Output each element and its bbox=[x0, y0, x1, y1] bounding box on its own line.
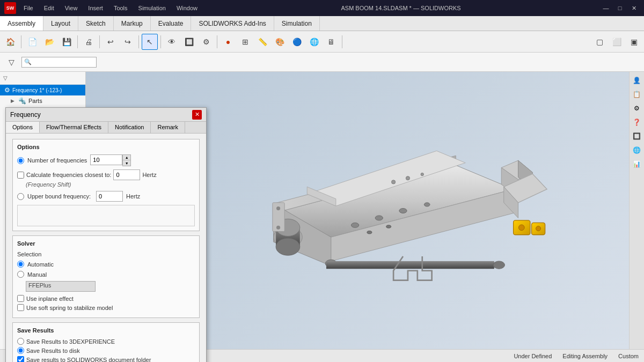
tab-sketch[interactable]: Sketch bbox=[78, 16, 114, 31]
expand-parts-icon: ▶ bbox=[11, 98, 16, 104]
tab-assembly[interactable]: Assembly bbox=[0, 16, 43, 31]
options-section: Options Number of frequencies ▲ ▼ Calcul… bbox=[12, 139, 200, 231]
automatic-radio[interactable] bbox=[17, 261, 24, 268]
save-sw-folder-row: Save results to SOLIDWORKS document fold… bbox=[17, 356, 195, 362]
svg-point-10 bbox=[367, 231, 372, 234]
options-section-label: Options bbox=[17, 144, 195, 150]
manual-row: Manual bbox=[17, 271, 195, 278]
solidworks-logo: SW bbox=[4, 2, 16, 14]
calc-freq-input[interactable] bbox=[113, 169, 140, 180]
right-icon-5[interactable]: 🔲 bbox=[631, 130, 643, 143]
redo-button[interactable]: ↪ bbox=[120, 34, 136, 50]
upper-bound-input[interactable] bbox=[96, 191, 123, 202]
new-button[interactable]: 📄 bbox=[24, 34, 40, 50]
svg-point-11 bbox=[386, 225, 391, 228]
layout-1[interactable]: ▢ bbox=[591, 34, 608, 50]
ffeplus-row: FFEPlus bbox=[17, 281, 195, 292]
open-button[interactable]: 📂 bbox=[41, 34, 57, 50]
layout-3[interactable]: ▣ bbox=[626, 34, 642, 50]
tab-markup[interactable]: Markup bbox=[114, 16, 151, 31]
grid-button[interactable]: ⊞ bbox=[237, 34, 253, 50]
right-icon-7[interactable]: 📊 bbox=[631, 158, 643, 171]
upper-bound-label: Upper bound frequency: bbox=[27, 193, 91, 200]
menu-view[interactable]: View bbox=[61, 4, 82, 12]
dialog-close-button[interactable]: ✕ bbox=[192, 110, 202, 120]
display4-button[interactable]: 🖥 bbox=[323, 34, 339, 50]
dialog-titlebar: Frequency ✕ bbox=[6, 108, 206, 122]
select-button[interactable]: ↖ bbox=[142, 34, 158, 50]
menu-edit[interactable]: Edit bbox=[40, 4, 58, 12]
filter-input[interactable]: 🔍 bbox=[21, 57, 97, 68]
right-icon-2[interactable]: 📋 bbox=[631, 88, 643, 101]
dialog-tab-options[interactable]: Options bbox=[6, 122, 40, 133]
dialog-tab-notification[interactable]: Notification bbox=[108, 122, 151, 133]
tree-item-parts[interactable]: ▶ 🔩 Parts bbox=[0, 95, 85, 106]
menu-file[interactable]: File bbox=[19, 4, 38, 12]
ffeplus-select[interactable]: FFEPlus bbox=[26, 281, 96, 292]
solver-section-label: Solver bbox=[17, 240, 195, 247]
toolbar-separator-4 bbox=[138, 35, 139, 48]
num-frequencies-radio[interactable] bbox=[17, 157, 24, 164]
save-3dexp-radio[interactable] bbox=[17, 338, 24, 345]
frequency-icon: ⚙ bbox=[4, 86, 10, 94]
save-3dexp-label: Save Results to 3DEXPERIENCE bbox=[26, 338, 115, 345]
statusbar-right: Under Defined Editing Assembly Custom bbox=[514, 353, 639, 359]
view-button[interactable]: 👁 bbox=[164, 34, 180, 50]
print-button[interactable]: 🖨 bbox=[80, 34, 97, 50]
close-button[interactable]: ✕ bbox=[628, 2, 640, 14]
selection-label-row: Selection bbox=[17, 251, 195, 257]
calc-freq-unit: Hertz bbox=[142, 172, 156, 178]
right-icon-1[interactable]: 👤 bbox=[631, 74, 643, 87]
display2-button[interactable]: 🔵 bbox=[289, 34, 305, 50]
dialog-title: Frequency bbox=[10, 111, 41, 119]
calc-freq-checkbox[interactable] bbox=[17, 172, 24, 179]
menu-window[interactable]: Window bbox=[172, 4, 202, 12]
toolbar-separator-7 bbox=[342, 35, 342, 48]
display3-button[interactable]: 🌐 bbox=[306, 34, 322, 50]
spin-up-button[interactable]: ▲ bbox=[123, 155, 130, 160]
layout-2[interactable]: ⬜ bbox=[609, 34, 625, 50]
view2-button[interactable]: 🔲 bbox=[181, 34, 197, 50]
right-icon-3[interactable]: ⚙ bbox=[631, 102, 643, 115]
render-button[interactable]: ● bbox=[220, 34, 236, 50]
spin-down-button[interactable]: ▼ bbox=[123, 160, 130, 166]
solver-section: Solver Selection Automatic Manual FFEPlu… bbox=[12, 235, 200, 318]
svg-point-8 bbox=[399, 209, 407, 213]
svg-point-31 bbox=[392, 180, 396, 184]
svg-point-30 bbox=[276, 226, 280, 230]
menu-tools[interactable]: Tools bbox=[109, 4, 132, 12]
right-icon-6[interactable]: 🌐 bbox=[631, 144, 643, 157]
menu-insert[interactable]: Insert bbox=[84, 4, 107, 12]
minimize-button[interactable]: — bbox=[600, 2, 612, 14]
undo-button[interactable]: ↩ bbox=[103, 34, 119, 50]
filter-button[interactable]: ▽ bbox=[3, 54, 19, 70]
save-disk-radio[interactable] bbox=[17, 347, 24, 354]
tab-simulation[interactable]: Simulation bbox=[274, 16, 320, 31]
measure-button[interactable]: 📏 bbox=[254, 34, 270, 50]
tab-addins[interactable]: SOLIDWORKS Add-Ins bbox=[191, 16, 274, 31]
soft-spring-row: Use soft spring to stabilize model bbox=[17, 304, 195, 311]
menu-simulation[interactable]: Simulation bbox=[134, 4, 170, 12]
num-frequencies-input[interactable] bbox=[90, 154, 122, 165]
toolbar-separator-1 bbox=[21, 35, 21, 48]
tree-item-frequency-label: Frequency 1* (-123-) bbox=[12, 87, 62, 93]
inplane-checkbox[interactable] bbox=[17, 295, 24, 302]
display1-button[interactable]: 🎨 bbox=[272, 34, 288, 50]
options-button[interactable]: ⚙ bbox=[198, 34, 214, 50]
dialog-tab-flow[interactable]: Flow/Thermal Effects bbox=[40, 122, 108, 133]
dialog-tab-remark[interactable]: Remark bbox=[151, 122, 185, 133]
upper-bound-radio[interactable] bbox=[17, 193, 24, 200]
soft-spring-checkbox[interactable] bbox=[17, 304, 24, 311]
tab-layout[interactable]: Layout bbox=[43, 16, 78, 31]
tree-item-frequency[interactable]: ⚙ Frequency 1* (-123-) bbox=[0, 85, 85, 95]
manual-radio[interactable] bbox=[17, 271, 24, 278]
tab-evaluate[interactable]: Evaluate bbox=[151, 16, 192, 31]
maximize-button[interactable]: □ bbox=[614, 2, 626, 14]
right-icon-4[interactable]: ❓ bbox=[631, 116, 643, 129]
save-button[interactable]: 💾 bbox=[58, 34, 75, 50]
calc-freq-row-inner: Calculate frequencies closest to: Hertz bbox=[17, 169, 157, 180]
save-sw-folder-checkbox[interactable] bbox=[17, 356, 24, 362]
home-button[interactable]: 🏠 bbox=[2, 34, 18, 50]
titlebar-left: SW File Edit View Insert Tools Simulatio… bbox=[4, 2, 202, 14]
window-title: ASM BOOM 14.SLDASM * — SOLIDWORKS bbox=[202, 5, 600, 11]
